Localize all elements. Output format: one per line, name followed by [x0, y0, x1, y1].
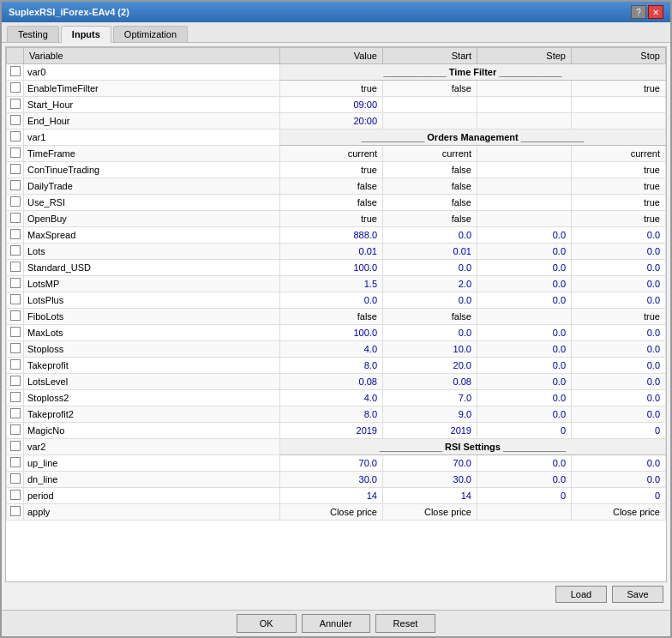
start-cell: 0.0 [383, 292, 477, 309]
step-cell: 0.0 [477, 455, 572, 472]
tab-testing[interactable]: Testing [7, 26, 59, 42]
variable-name: DailyTrade [24, 178, 280, 195]
section-checkbox-cell [7, 439, 24, 455]
reset-button[interactable]: Reset [375, 614, 436, 633]
header-checkbox [7, 48, 24, 64]
table-body: var0____________ Time Filter ___________… [7, 64, 666, 521]
main-window: SuplexRSI_iForex-EAv4 (2) ? ✕ Testing In… [0, 0, 672, 638]
row-checkbox[interactable] [10, 66, 21, 76]
value-cell: 8.0 [280, 406, 383, 423]
value-cell: Close price [280, 504, 383, 521]
row-checkbox[interactable] [10, 131, 21, 141]
checkbox-cell [7, 488, 24, 504]
value-cell: 4.0 [280, 390, 383, 406]
row-checkbox[interactable] [10, 490, 21, 500]
annuler-button[interactable]: Annuler [302, 614, 370, 633]
header-variable: Variable [24, 48, 280, 64]
step-cell [477, 211, 572, 227]
title-bar: SuplexRSI_iForex-EAv4 (2) ? ✕ [2, 2, 670, 22]
row-checkbox[interactable] [10, 262, 21, 272]
close-button[interactable]: ✕ [648, 5, 663, 19]
checkbox-cell [7, 162, 24, 178]
table-row: dn_line30.030.00.00.0 [7, 472, 666, 488]
row-checkbox[interactable] [10, 229, 21, 239]
checkbox-cell [7, 113, 24, 129]
table-row: Stoploss24.07.00.00.0 [7, 390, 666, 406]
row-checkbox[interactable] [10, 343, 21, 353]
start-cell: false [383, 178, 477, 195]
table-row: Standard_USD100.00.00.00.0 [7, 260, 666, 276]
variable-name: ConTinueTrading [24, 162, 280, 178]
ok-button[interactable]: OK [237, 614, 297, 633]
checkbox-cell [7, 455, 24, 472]
row-checkbox[interactable] [10, 424, 21, 435]
help-button[interactable]: ? [631, 5, 646, 19]
stop-cell: true [572, 195, 666, 211]
value-cell: 4.0 [280, 341, 383, 358]
row-checkbox[interactable] [10, 376, 21, 386]
stop-cell: 0.0 [572, 325, 666, 341]
step-cell [477, 97, 572, 113]
row-checkbox[interactable] [10, 506, 21, 516]
value-cell: 8.0 [280, 358, 383, 374]
checkbox-cell [7, 276, 24, 292]
section-header-label: ____________ Time Filter ____________ [280, 64, 666, 81]
table-row: FiboLotsfalsefalsetrue [7, 309, 666, 325]
tab-inputs[interactable]: Inputs [61, 26, 111, 43]
variable-name: MagicNo [24, 423, 280, 439]
variable-name: Start_Hour [24, 97, 280, 113]
row-checkbox[interactable] [10, 82, 21, 93]
row-checkbox[interactable] [10, 278, 21, 288]
start-cell: 30.0 [383, 472, 477, 488]
row-checkbox[interactable] [10, 441, 21, 451]
row-checkbox[interactable] [10, 392, 21, 402]
step-cell [477, 81, 572, 97]
window-title: SuplexRSI_iForex-EAv4 (2) [9, 7, 129, 17]
row-checkbox[interactable] [10, 115, 21, 125]
value-cell: false [280, 195, 383, 211]
save-button[interactable]: Save [612, 586, 663, 603]
step-cell [477, 178, 572, 195]
row-checkbox[interactable] [10, 196, 21, 207]
row-checkbox[interactable] [10, 147, 21, 158]
row-checkbox[interactable] [10, 180, 21, 190]
table-row: LotsLevel0.080.080.00.0 [7, 374, 666, 390]
start-cell [383, 113, 477, 129]
table-row: EnableTimeFiltertruefalsetrue [7, 81, 666, 97]
variable-name: up_line [24, 455, 280, 472]
row-checkbox[interactable] [10, 164, 21, 174]
row-checkbox[interactable] [10, 310, 21, 321]
row-checkbox[interactable] [10, 457, 21, 467]
value-cell: 09:00 [280, 97, 383, 113]
variable-name: Takeprofit [24, 358, 280, 374]
start-cell: 14 [383, 488, 477, 504]
variable-name: FiboLots [24, 309, 280, 325]
value-cell: 0.01 [280, 244, 383, 260]
start-cell: false [383, 81, 477, 97]
step-cell [477, 113, 572, 129]
table-row: Takeprofit28.09.00.00.0 [7, 406, 666, 423]
row-checkbox[interactable] [10, 473, 21, 484]
stop-cell: true [572, 81, 666, 97]
row-checkbox[interactable] [10, 99, 21, 109]
load-button[interactable]: Load [555, 586, 607, 603]
start-cell: 0.08 [383, 374, 477, 390]
stop-cell: 0.0 [572, 374, 666, 390]
step-cell: 0.0 [477, 292, 572, 309]
value-cell: false [280, 178, 383, 195]
checkbox-cell [7, 211, 24, 227]
row-checkbox[interactable] [10, 294, 21, 304]
stop-cell: 0.0 [572, 292, 666, 309]
start-cell: current [383, 146, 477, 162]
row-checkbox[interactable] [10, 213, 21, 223]
row-checkbox[interactable] [10, 408, 21, 418]
row-checkbox[interactable] [10, 359, 21, 370]
checkbox-cell [7, 325, 24, 341]
step-cell: 0.0 [477, 260, 572, 276]
row-checkbox[interactable] [10, 245, 21, 256]
content-area: Variable Value Start Step Stop var0_____… [2, 43, 670, 610]
tab-optimization[interactable]: Optimization [113, 26, 188, 42]
checkbox-cell [7, 341, 24, 358]
row-checkbox[interactable] [10, 327, 21, 337]
parameters-table-container[interactable]: Variable Value Start Step Stop var0_____… [5, 46, 667, 582]
